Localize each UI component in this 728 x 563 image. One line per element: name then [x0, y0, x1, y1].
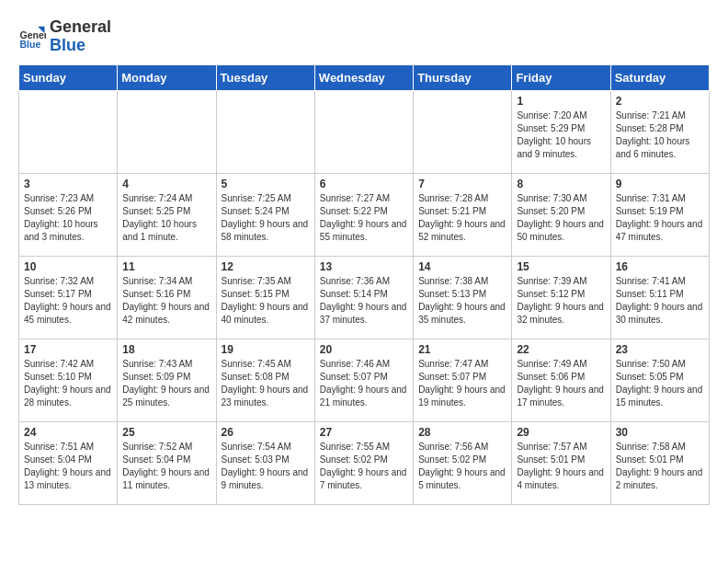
- day-info: Sunrise: 7:45 AM Sunset: 5:08 PM Dayligh…: [222, 358, 310, 409]
- calendar-cell: 10Sunrise: 7:32 AM Sunset: 5:17 PM Dayli…: [19, 256, 118, 339]
- day-info: Sunrise: 7:58 AM Sunset: 5:01 PM Dayligh…: [616, 441, 704, 492]
- logo-icon: General Blue: [18, 23, 46, 51]
- weekday-header-thursday: Thursday: [414, 64, 512, 90]
- calendar-cell: 20Sunrise: 7:46 AM Sunset: 5:07 PM Dayli…: [314, 339, 413, 421]
- day-number: 22: [517, 343, 605, 356]
- day-info: Sunrise: 7:51 AM Sunset: 5:04 PM Dayligh…: [24, 441, 112, 492]
- calendar-cell: [19, 90, 118, 173]
- calendar-cell: 21Sunrise: 7:47 AM Sunset: 5:07 PM Dayli…: [414, 339, 512, 421]
- weekday-header-friday: Friday: [512, 64, 610, 90]
- calendar-cell: 6Sunrise: 7:27 AM Sunset: 5:22 PM Daylig…: [314, 173, 413, 256]
- calendar-week-1: 1Sunrise: 7:20 AM Sunset: 5:29 PM Daylig…: [19, 90, 710, 173]
- day-info: Sunrise: 7:25 AM Sunset: 5:24 PM Dayligh…: [222, 192, 310, 244]
- calendar-cell: [118, 90, 216, 173]
- calendar-cell: [314, 90, 413, 173]
- calendar-cell: 1Sunrise: 7:20 AM Sunset: 5:29 PM Daylig…: [512, 90, 610, 173]
- day-info: Sunrise: 7:31 AM Sunset: 5:19 PM Dayligh…: [616, 192, 704, 244]
- day-number: 3: [24, 178, 112, 190]
- day-info: Sunrise: 7:54 AM Sunset: 5:03 PM Dayligh…: [222, 441, 310, 492]
- day-info: Sunrise: 7:35 AM Sunset: 5:15 PM Dayligh…: [222, 275, 310, 327]
- calendar-cell: 17Sunrise: 7:42 AM Sunset: 5:10 PM Dayli…: [19, 339, 118, 421]
- weekday-header-wednesday: Wednesday: [314, 64, 413, 90]
- calendar-cell: 12Sunrise: 7:35 AM Sunset: 5:15 PM Dayli…: [216, 256, 314, 339]
- day-info: Sunrise: 7:46 AM Sunset: 5:07 PM Dayligh…: [320, 358, 408, 409]
- svg-text:Blue: Blue: [20, 39, 41, 50]
- day-info: Sunrise: 7:41 AM Sunset: 5:11 PM Dayligh…: [616, 275, 704, 327]
- day-number: 20: [320, 343, 408, 356]
- calendar-cell: 15Sunrise: 7:39 AM Sunset: 5:12 PM Dayli…: [512, 256, 610, 339]
- day-info: Sunrise: 7:24 AM Sunset: 5:25 PM Dayligh…: [122, 192, 210, 244]
- calendar-cell: 24Sunrise: 7:51 AM Sunset: 5:04 PM Dayli…: [19, 421, 118, 504]
- day-info: Sunrise: 7:27 AM Sunset: 5:22 PM Dayligh…: [320, 192, 408, 244]
- day-number: 27: [320, 426, 408, 439]
- day-number: 12: [222, 260, 310, 273]
- day-info: Sunrise: 7:49 AM Sunset: 5:06 PM Dayligh…: [517, 358, 605, 409]
- day-number: 26: [222, 426, 310, 439]
- day-number: 18: [122, 343, 210, 356]
- day-number: 6: [320, 178, 408, 190]
- calendar-cell: 5Sunrise: 7:25 AM Sunset: 5:24 PM Daylig…: [216, 173, 314, 256]
- day-number: 2: [616, 95, 704, 108]
- day-number: 25: [122, 426, 210, 439]
- day-number: 10: [24, 260, 112, 273]
- calendar-cell: 27Sunrise: 7:55 AM Sunset: 5:02 PM Dayli…: [314, 421, 413, 504]
- calendar-cell: 4Sunrise: 7:24 AM Sunset: 5:25 PM Daylig…: [118, 173, 216, 256]
- calendar-cell: 22Sunrise: 7:49 AM Sunset: 5:06 PM Dayli…: [512, 339, 610, 421]
- day-info: Sunrise: 7:57 AM Sunset: 5:01 PM Dayligh…: [517, 441, 605, 492]
- day-number: 7: [418, 178, 506, 190]
- day-info: Sunrise: 7:55 AM Sunset: 5:02 PM Dayligh…: [320, 441, 408, 492]
- day-number: 30: [616, 426, 704, 439]
- day-number: 21: [418, 343, 506, 356]
- day-info: Sunrise: 7:32 AM Sunset: 5:17 PM Dayligh…: [24, 275, 112, 327]
- day-number: 1: [517, 95, 605, 108]
- day-info: Sunrise: 7:20 AM Sunset: 5:29 PM Dayligh…: [517, 109, 605, 161]
- calendar-cell: 7Sunrise: 7:28 AM Sunset: 5:21 PM Daylig…: [414, 173, 512, 256]
- day-number: 4: [122, 178, 210, 190]
- logo: General Blue GeneralBlue: [18, 18, 111, 55]
- calendar-cell: 8Sunrise: 7:30 AM Sunset: 5:20 PM Daylig…: [512, 173, 610, 256]
- calendar-cell: 25Sunrise: 7:52 AM Sunset: 5:04 PM Dayli…: [118, 421, 216, 504]
- calendar-cell: [216, 90, 314, 173]
- day-number: 14: [418, 260, 506, 273]
- calendar-week-3: 10Sunrise: 7:32 AM Sunset: 5:17 PM Dayli…: [19, 256, 710, 339]
- day-number: 23: [616, 343, 704, 356]
- calendar-cell: 16Sunrise: 7:41 AM Sunset: 5:11 PM Dayli…: [610, 256, 709, 339]
- day-info: Sunrise: 7:34 AM Sunset: 5:16 PM Dayligh…: [122, 275, 210, 327]
- calendar-cell: 29Sunrise: 7:57 AM Sunset: 5:01 PM Dayli…: [512, 421, 610, 504]
- day-info: Sunrise: 7:42 AM Sunset: 5:10 PM Dayligh…: [24, 358, 112, 409]
- day-number: 11: [122, 260, 210, 273]
- calendar-cell: 13Sunrise: 7:36 AM Sunset: 5:14 PM Dayli…: [314, 256, 413, 339]
- day-number: 29: [517, 426, 605, 439]
- day-info: Sunrise: 7:39 AM Sunset: 5:12 PM Dayligh…: [517, 275, 605, 327]
- calendar-week-4: 17Sunrise: 7:42 AM Sunset: 5:10 PM Dayli…: [19, 339, 710, 421]
- day-number: 9: [616, 178, 704, 190]
- day-info: Sunrise: 7:56 AM Sunset: 5:02 PM Dayligh…: [418, 441, 506, 492]
- day-info: Sunrise: 7:43 AM Sunset: 5:09 PM Dayligh…: [122, 358, 210, 409]
- day-number: 16: [616, 260, 704, 273]
- day-number: 15: [517, 260, 605, 273]
- day-number: 13: [320, 260, 408, 273]
- day-info: Sunrise: 7:38 AM Sunset: 5:13 PM Dayligh…: [418, 275, 506, 327]
- calendar-header-row: SundayMondayTuesdayWednesdayThursdayFrid…: [19, 64, 710, 90]
- day-info: Sunrise: 7:30 AM Sunset: 5:20 PM Dayligh…: [517, 192, 605, 244]
- calendar-cell: 28Sunrise: 7:56 AM Sunset: 5:02 PM Dayli…: [414, 421, 512, 504]
- calendar-week-5: 24Sunrise: 7:51 AM Sunset: 5:04 PM Dayli…: [19, 421, 710, 504]
- calendar-cell: 2Sunrise: 7:21 AM Sunset: 5:28 PM Daylig…: [610, 90, 709, 173]
- calendar-week-2: 3Sunrise: 7:23 AM Sunset: 5:26 PM Daylig…: [19, 173, 710, 256]
- calendar-cell: [414, 90, 512, 173]
- weekday-header-tuesday: Tuesday: [216, 64, 314, 90]
- day-info: Sunrise: 7:28 AM Sunset: 5:21 PM Dayligh…: [418, 192, 506, 244]
- calendar-cell: 19Sunrise: 7:45 AM Sunset: 5:08 PM Dayli…: [216, 339, 314, 421]
- day-number: 17: [24, 343, 112, 356]
- day-info: Sunrise: 7:23 AM Sunset: 5:26 PM Dayligh…: [24, 192, 112, 244]
- calendar-cell: 3Sunrise: 7:23 AM Sunset: 5:26 PM Daylig…: [19, 173, 118, 256]
- calendar-cell: 23Sunrise: 7:50 AM Sunset: 5:05 PM Dayli…: [610, 339, 709, 421]
- day-info: Sunrise: 7:47 AM Sunset: 5:07 PM Dayligh…: [418, 358, 506, 409]
- day-info: Sunrise: 7:36 AM Sunset: 5:14 PM Dayligh…: [320, 275, 408, 327]
- day-info: Sunrise: 7:50 AM Sunset: 5:05 PM Dayligh…: [616, 358, 704, 409]
- day-info: Sunrise: 7:21 AM Sunset: 5:28 PM Dayligh…: [616, 109, 704, 161]
- day-number: 5: [222, 178, 310, 190]
- day-number: 8: [517, 178, 605, 190]
- day-number: 19: [222, 343, 310, 356]
- calendar-table: SundayMondayTuesdayWednesdayThursdayFrid…: [18, 64, 710, 505]
